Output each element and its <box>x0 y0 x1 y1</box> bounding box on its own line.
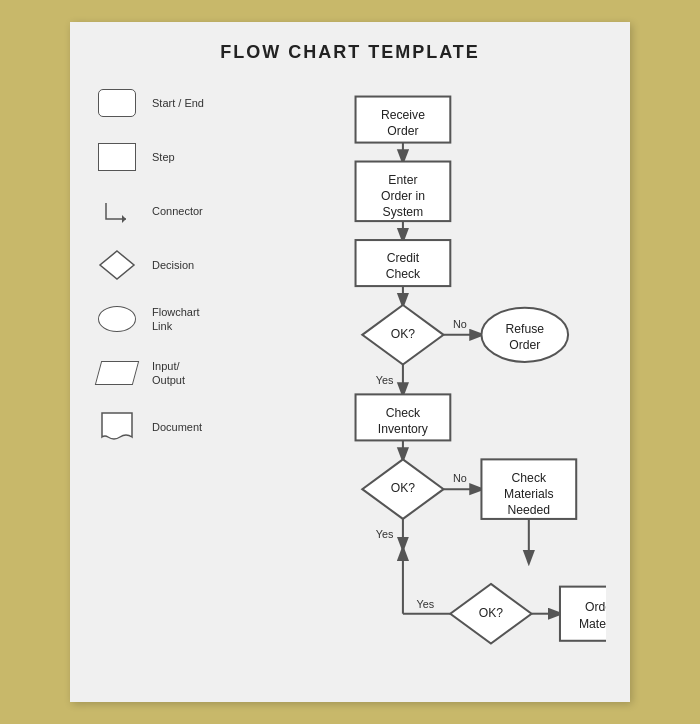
legend-item-connector: Connector <box>94 189 244 233</box>
shape-diamond <box>98 249 136 281</box>
svg-text:Refuse: Refuse <box>505 322 544 336</box>
svg-text:OK?: OK? <box>479 606 504 620</box>
legend-item-flowchart-link: FlowchartLink <box>94 297 244 341</box>
shape-rounded-rect <box>98 89 136 117</box>
legend-item-document: Document <box>94 405 244 449</box>
legend-shape-connector <box>94 195 140 227</box>
legend-item-decision: Decision <box>94 243 244 287</box>
content-area: Start / End Step <box>94 81 606 724</box>
svg-text:OK?: OK? <box>391 481 416 495</box>
svg-text:Order: Order <box>585 601 606 615</box>
legend-label-connector: Connector <box>152 204 203 218</box>
svg-text:Yes: Yes <box>376 528 394 540</box>
flowchart-svg: Receive Order Enter Order in System Cred… <box>254 81 606 724</box>
svg-text:Material: Material <box>579 617 606 631</box>
shape-ellipse <box>98 306 136 332</box>
svg-text:Check: Check <box>386 267 421 281</box>
svg-text:Materials: Materials <box>504 487 553 501</box>
page-title: FLOW CHART TEMPLATE <box>94 42 606 63</box>
legend-label-decision: Decision <box>152 258 194 272</box>
svg-text:Needed: Needed <box>508 503 551 517</box>
shape-connector <box>98 195 136 227</box>
legend-label-start-end: Start / End <box>152 96 204 110</box>
svg-text:Order: Order <box>387 124 418 138</box>
legend-shape-flowchart-link <box>94 306 140 332</box>
svg-text:OK?: OK? <box>391 327 416 341</box>
legend-shape-decision <box>94 249 140 281</box>
legend-item-start-end: Start / End <box>94 81 244 125</box>
svg-text:Check: Check <box>386 406 421 420</box>
shape-document <box>98 411 136 443</box>
legend-label-step: Step <box>152 150 175 164</box>
svg-text:Order in: Order in <box>381 189 425 203</box>
svg-text:Yes: Yes <box>416 598 434 610</box>
flowchart-area: Receive Order Enter Order in System Cred… <box>254 81 606 724</box>
legend-label-document: Document <box>152 420 202 434</box>
legend-shape-start-end <box>94 89 140 117</box>
svg-text:No: No <box>453 472 467 484</box>
page: FLOW CHART TEMPLATE Start / End Step <box>70 22 630 702</box>
svg-text:Yes: Yes <box>376 374 394 386</box>
legend-item-input-output: Input/Output <box>94 351 244 395</box>
svg-text:System: System <box>383 205 424 219</box>
svg-text:Enter: Enter <box>388 173 417 187</box>
legend-shape-document <box>94 411 140 443</box>
legend-label-input-output: Input/Output <box>152 359 185 388</box>
svg-text:Order: Order <box>509 338 540 352</box>
svg-text:Check: Check <box>512 471 547 485</box>
legend-item-step: Step <box>94 135 244 179</box>
legend-shape-input-output <box>94 361 140 385</box>
svg-text:Credit: Credit <box>387 251 420 265</box>
svg-text:No: No <box>453 318 467 330</box>
svg-text:Inventory: Inventory <box>378 422 429 436</box>
svg-text:Receive: Receive <box>381 108 425 122</box>
legend-label-flowchart-link: FlowchartLink <box>152 305 200 334</box>
svg-marker-0 <box>122 215 126 223</box>
legend: Start / End Step <box>94 81 254 724</box>
legend-shape-step <box>94 143 140 171</box>
shape-rect <box>98 143 136 171</box>
shape-parallelogram <box>95 361 139 385</box>
svg-marker-1 <box>100 251 134 279</box>
